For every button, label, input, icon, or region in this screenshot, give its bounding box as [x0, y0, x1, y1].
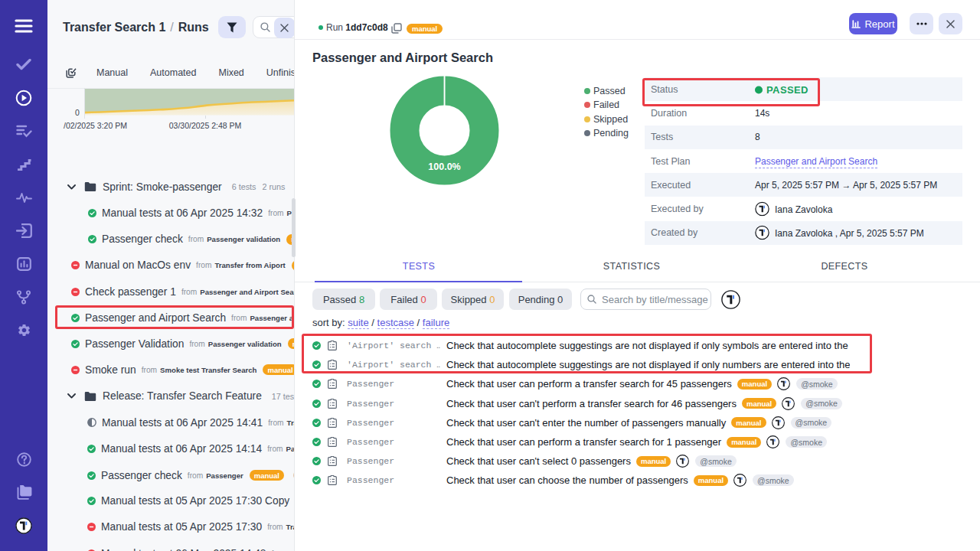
- svg-text:100.0%: 100.0%: [428, 161, 460, 172]
